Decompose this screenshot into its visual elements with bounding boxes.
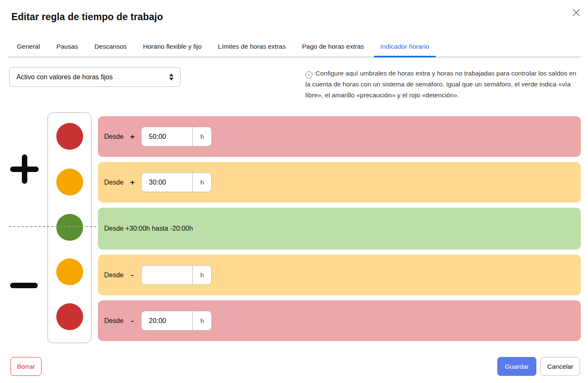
indicator-mode-select[interactable]: Activo con valores de horas fijos: [9, 67, 181, 87]
traffic-light-red-top-icon: [56, 123, 83, 150]
page-title: Editar regla de tiempo de trabajo: [11, 11, 163, 23]
traffic-light-red-bottom-icon: [56, 303, 83, 330]
close-icon: [571, 7, 582, 18]
minus-icon: [10, 283, 38, 288]
row-label: Desde: [104, 271, 123, 279]
traffic-light-orange-top-icon: [56, 169, 83, 195]
info-text-content: Configure aquí umbrales de horas extra y…: [305, 70, 576, 99]
row-label: Desde: [104, 133, 123, 141]
hours-input-group: h: [141, 127, 212, 146]
info-text: iConfigure aquí umbrales de horas extra …: [305, 68, 578, 101]
close-button[interactable]: [569, 5, 584, 20]
cancel-button[interactable]: Cancelar: [541, 357, 580, 376]
green-range-label: Desde +30:00h hasta -20:00h: [104, 225, 193, 232]
hours-input-group: h: [141, 172, 212, 192]
tab-pago-de-horas-extras[interactable]: Pago de horas extras: [295, 38, 370, 57]
plus-icon: [10, 154, 39, 184]
threshold-rows: Desde + h Desde + h Desde +30:00h hasta …: [98, 116, 581, 341]
hours-unit-label: h: [192, 127, 211, 146]
tab-indicador-horario[interactable]: Indicador horario: [374, 38, 436, 57]
minus-sign: -: [129, 316, 136, 326]
tab-general[interactable]: General: [10, 38, 47, 57]
hours-unit-label: h: [192, 311, 211, 330]
hours-input-group: h: [141, 311, 212, 331]
hours-input-group: h: [141, 265, 212, 285]
yellow-positive-hours-input[interactable]: [142, 173, 192, 192]
threshold-row-yellow-negative: Desde - h: [98, 255, 581, 295]
red-positive-hours-input[interactable]: [142, 127, 192, 146]
threshold-row-red-negative: Desde - h: [98, 300, 581, 341]
row-label: Desde: [104, 317, 123, 325]
zero-balance-dashed-line: [9, 226, 96, 227]
minus-sign: -: [129, 271, 136, 280]
indicator-mode-select-value: Activo con valores de horas fijos: [16, 73, 169, 81]
traffic-light-orange-bottom-icon: [56, 258, 83, 285]
plus-sign: +: [129, 132, 136, 141]
threshold-row-yellow-positive: Desde + h: [98, 162, 581, 203]
plus-sign: +: [129, 178, 136, 187]
traffic-light: [47, 112, 92, 343]
edit-work-time-rule-modal: Editar regla de tiempo de trabajo Genera…: [0, 0, 588, 383]
red-negative-hours-input[interactable]: [142, 311, 192, 330]
traffic-light-green-icon: [56, 214, 83, 241]
tab-descansos[interactable]: Descansos: [88, 38, 134, 57]
tab-horario-flexible-y-fijo[interactable]: Horario flexible y fijo: [136, 38, 209, 57]
tab-bar: General Pausas Descansos Horario flexibl…: [8, 38, 580, 57]
hours-unit-label: h: [192, 266, 211, 284]
tab-limites-de-horas-extras[interactable]: Límites de horas extras: [211, 38, 292, 57]
hours-unit-label: h: [192, 173, 211, 192]
yellow-negative-hours-input[interactable]: [142, 266, 192, 284]
threshold-row-green-range: Desde +30:00h hasta -20:00h: [98, 208, 581, 250]
delete-button[interactable]: Borrar: [10, 357, 42, 376]
row-label: Desde: [104, 179, 123, 186]
tab-pausas[interactable]: Pausas: [50, 38, 85, 57]
info-circle-icon: i: [305, 71, 312, 78]
threshold-row-red-positive: Desde + h: [98, 116, 581, 157]
select-updown-arrows-icon: [169, 73, 173, 81]
save-button[interactable]: Guardar: [497, 357, 536, 376]
